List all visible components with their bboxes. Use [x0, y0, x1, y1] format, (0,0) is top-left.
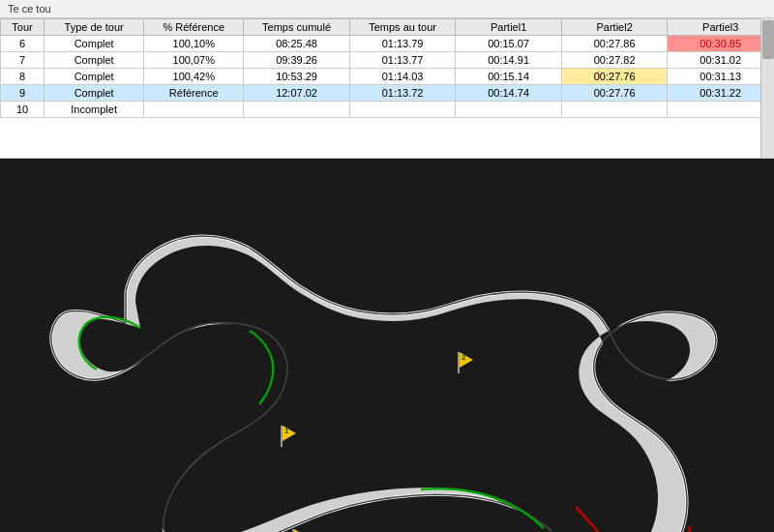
col-temps: Temps au tour: [349, 19, 456, 36]
flag-number-2: 2: [461, 353, 465, 362]
cell-row1-col6: 00:27.82: [561, 52, 668, 69]
cell-row3-col6: 00:27.76: [561, 85, 668, 102]
cell-row3-col3: 12:07.02: [244, 85, 350, 102]
cell-row1-col2: 100,07%: [144, 52, 244, 69]
cell-row2-col3: 10:53.29: [244, 69, 350, 85]
cell-row0-col5: 00:15.07: [456, 36, 562, 52]
lap-table: Tour Type de tour % Référence Temps cumu…: [0, 18, 774, 118]
track-svg: [0, 159, 774, 532]
cell-row4-col2: [144, 102, 244, 118]
cell-row3-col1: Complet: [45, 85, 144, 102]
flag-number-1: 1: [284, 427, 288, 435]
cell-row4-col5: [456, 102, 562, 118]
col-p1: Partiel1: [456, 19, 562, 36]
cell-row1-col0: 7: [1, 52, 45, 69]
cell-row2-col6: 00:27.76: [561, 69, 668, 85]
table-section: Tour Type de tour % Référence Temps cumu…: [0, 18, 774, 159]
cell-row2-col5: 00:15.14: [456, 69, 562, 85]
cell-row0-col3: 08:25.48: [244, 36, 350, 52]
flag-3: 3: [292, 521, 312, 532]
cell-row0-col7: 00:30.85: [668, 36, 774, 52]
track-section: 1 2 3: [0, 159, 774, 532]
cell-row3-col5: 00:14.74: [456, 85, 562, 102]
cell-row1-col4: 01:13.77: [349, 52, 456, 69]
col-type: Type de tour: [45, 19, 144, 36]
cell-row1-col1: Complet: [45, 52, 144, 69]
cell-row2-col2: 100,42%: [144, 69, 244, 85]
app-title: Te ce tou: [8, 3, 51, 15]
table-row[interactable]: 7Complet100,07%09:39.2601:13.7700:14.910…: [1, 52, 774, 69]
flag-2: 2: [458, 344, 477, 371]
flag-1: 1: [281, 418, 300, 445]
cell-row3-col2: Référence: [144, 85, 244, 102]
cell-row2-col1: Complet: [45, 69, 144, 85]
cell-row0-col1: Complet: [45, 36, 144, 52]
cell-row0-col4: 01:13.79: [349, 36, 456, 52]
cell-row4-col6: [561, 102, 668, 118]
cell-row0-col0: 6: [1, 36, 45, 52]
cell-row0-col2: 100,10%: [144, 36, 244, 52]
cell-row1-col3: 09:39.26: [244, 52, 350, 69]
table-row[interactable]: 9CompletRéférence12:07.0201:13.7200:14.7…: [1, 85, 774, 102]
table-row[interactable]: 8Complet100,42%10:53.2901:14.0300:15.140…: [1, 69, 774, 85]
col-tour: Tour: [1, 19, 45, 36]
cell-row4-col0: 10: [1, 102, 45, 118]
track-body: [51, 236, 716, 532]
table-row[interactable]: 6Complet100,10%08:25.4801:13.7900:15.070…: [1, 36, 774, 52]
cell-row1-col7: 00:31.02: [668, 52, 774, 69]
cell-row4-col1: Incomplet: [45, 102, 144, 118]
cell-row4-col7: [668, 102, 774, 118]
col-cumul: Temps cumulé: [244, 19, 350, 36]
cell-row0-col6: 00:27.86: [561, 36, 668, 52]
cell-row2-col0: 8: [1, 69, 45, 85]
cell-row3-col0: 9: [1, 85, 45, 102]
col-p3: Partiel3: [668, 19, 774, 36]
table-header-row: Tour Type de tour % Référence Temps cumu…: [1, 19, 774, 36]
cell-row4-col4: [349, 102, 456, 118]
cell-row3-col4: 01:13.72: [349, 85, 456, 102]
scrollbar-thumb[interactable]: [762, 20, 774, 59]
cell-row3-col7: 00:31.22: [668, 85, 774, 102]
table-scrollbar[interactable]: [760, 18, 774, 158]
cell-row4-col3: [244, 102, 350, 118]
cell-row2-col7: 00:31.13: [668, 69, 774, 85]
col-pct: % Référence: [144, 19, 244, 36]
cell-row1-col5: 00:14.91: [456, 52, 562, 69]
cell-row2-col4: 01:14.03: [349, 69, 456, 85]
title-bar: Te ce tou: [0, 0, 774, 18]
table-row[interactable]: 10Incomplet: [1, 102, 774, 118]
col-p2: Partiel2: [561, 19, 668, 36]
